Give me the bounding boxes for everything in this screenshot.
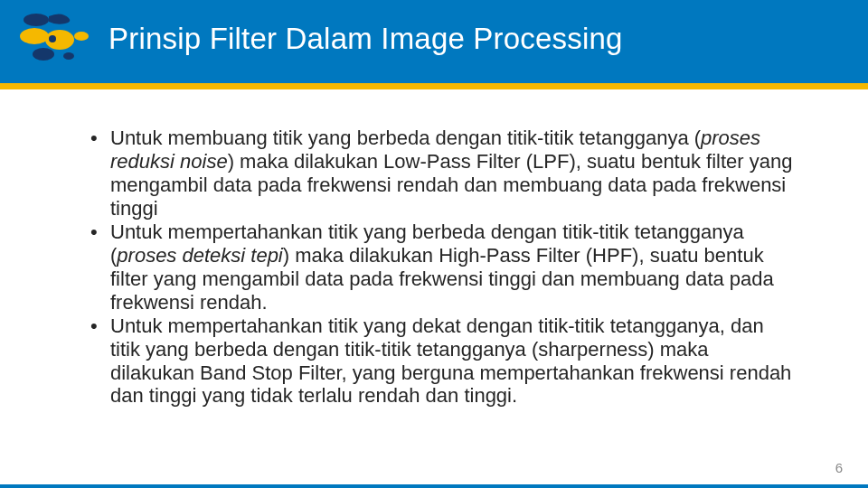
bullet-text-italic: proses deteksi tepi bbox=[117, 244, 282, 267]
logo-icon bbox=[16, 9, 92, 69]
slide-title: Prinsip Filter Dalam Image Processing bbox=[108, 22, 623, 56]
list-item: Untuk mempertahankan titik yang berbeda … bbox=[90, 221, 796, 314]
content-area: Untuk membuang titik yang berbeda dengan… bbox=[90, 127, 796, 408]
bullet-list: Untuk membuang titik yang berbeda dengan… bbox=[90, 127, 796, 408]
accent-bar bbox=[0, 83, 868, 89]
list-item: Untuk membuang titik yang berbeda dengan… bbox=[90, 127, 796, 221]
svg-point-3 bbox=[74, 32, 89, 41]
svg-point-6 bbox=[49, 35, 56, 42]
bullet-text-pre: Untuk membuang titik yang berbeda dengan… bbox=[110, 127, 701, 149]
svg-point-4 bbox=[33, 48, 54, 61]
svg-point-0 bbox=[24, 14, 49, 26]
list-item: Untuk mempertahankan titik yang dekat de… bbox=[90, 314, 796, 408]
page-number: 6 bbox=[835, 460, 843, 475]
svg-point-1 bbox=[20, 28, 49, 44]
bullet-text-pre: Untuk mempertahankan titik yang dekat de… bbox=[110, 314, 791, 408]
slide: Prinsip Filter Dalam Image Processing Un… bbox=[0, 0, 868, 488]
svg-point-5 bbox=[63, 52, 74, 60]
footer-line bbox=[0, 484, 868, 488]
